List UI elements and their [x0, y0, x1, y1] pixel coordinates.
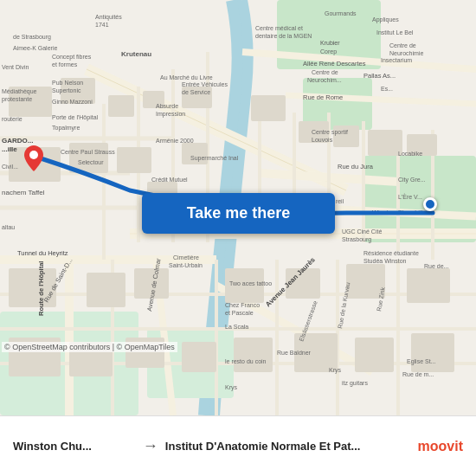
svg-text:Arménie 2000: Arménie 2000: [156, 138, 194, 144]
svg-text:Two aces tattoo: Two aces tattoo: [229, 280, 272, 286]
svg-text:Louvois: Louvois: [312, 137, 333, 143]
svg-text:Allée René Descartes: Allée René Descartes: [303, 60, 366, 68]
svg-point-140: [29, 151, 38, 159]
svg-text:itz guitars: itz guitars: [342, 380, 368, 387]
svg-text:Entrée Véhicules: Entrée Véhicules: [182, 81, 228, 87]
svg-text:Corep: Corep: [320, 48, 337, 55]
svg-rect-34: [117, 147, 151, 173]
svg-rect-43: [87, 273, 125, 307]
svg-text:Pub Nelson: Pub Nelson: [52, 80, 83, 86]
svg-text:Médiathèque: Médiathèque: [2, 88, 37, 95]
svg-text:Insectarium: Insectarium: [381, 57, 412, 63]
svg-text:de Service: de Service: [182, 89, 210, 95]
svg-text:Krys: Krys: [225, 384, 238, 391]
svg-text:Concept fibres: Concept fibres: [52, 54, 92, 61]
svg-text:Es...: Es...: [381, 86, 393, 92]
svg-text:Selectour: Selectour: [78, 159, 104, 165]
svg-rect-40: [368, 130, 402, 156]
svg-text:...ille: ...ille: [2, 145, 17, 153]
svg-text:altau: altau: [2, 224, 15, 230]
svg-rect-55: [355, 338, 394, 372]
svg-rect-53: [234, 338, 273, 372]
svg-text:Topalmyre: Topalmyre: [52, 125, 80, 132]
origin-marker: [24, 145, 43, 164]
svg-text:Locabike: Locabike: [398, 151, 422, 157]
route-arrow: →: [143, 437, 158, 455]
svg-text:La Scala: La Scala: [225, 324, 248, 330]
destination-marker: [423, 197, 437, 211]
svg-text:Résidence étudiante: Résidence étudiante: [363, 250, 419, 256]
svg-text:Aimee-K Galerie: Aimee-K Galerie: [13, 45, 57, 51]
route-info: Winston Chu... → Institut D'Anatomie Nor…: [9, 437, 467, 455]
svg-text:Rue Baldner: Rue Baldner: [277, 350, 312, 356]
moovit-logo: moovit: [418, 439, 463, 454]
svg-text:Impression: Impression: [156, 111, 185, 118]
svg-text:Gourmands: Gourmands: [325, 10, 357, 16]
svg-text:Centre de: Centre de: [312, 69, 338, 75]
svg-rect-36: [182, 143, 208, 164]
svg-text:1741: 1741: [95, 22, 109, 28]
svg-text:Chez Franco: Chez Franco: [225, 302, 260, 308]
svg-text:Saint-Urbain: Saint-Urbain: [169, 262, 203, 268]
svg-text:Rue de m...: Rue de m...: [402, 371, 434, 377]
svg-text:Supertonic: Supertonic: [52, 87, 81, 94]
moovit-brand-text: moovit: [418, 439, 463, 454]
svg-text:Centre sportif: Centre sportif: [312, 129, 348, 136]
svg-text:de Strasbourg: de Strasbourg: [13, 34, 51, 41]
svg-text:Tunnel du Heyritz: Tunnel du Heyritz: [17, 249, 68, 257]
svg-rect-29: [108, 95, 134, 117]
svg-text:Au Marché du Livre: Au Marché du Livre: [160, 74, 213, 80]
svg-rect-52: [182, 342, 216, 372]
svg-text:Eglise St...: Eglise St...: [407, 358, 436, 365]
svg-text:Neurochimie: Neurochimie: [389, 50, 423, 56]
svg-text:Appliques: Appliques: [372, 16, 399, 23]
svg-rect-37: [251, 95, 286, 121]
svg-text:City Gre...: City Gre...: [398, 177, 426, 183]
svg-text:Centre de: Centre de: [389, 42, 416, 48]
svg-text:Absurde: Absurde: [156, 103, 178, 109]
svg-text:Civil...: Civil...: [2, 164, 18, 170]
svg-text:Neurochim...: Neurochim...: [307, 77, 342, 83]
map-container: Centre médical et dentaire de la MGEN An…: [0, 0, 476, 415]
svg-rect-48: [407, 268, 450, 303]
svg-text:Rue de Rome: Rue de Rome: [303, 93, 343, 101]
svg-text:protestante: protestante: [2, 96, 32, 103]
svg-text:le resto du coin: le resto du coin: [225, 358, 267, 364]
route-from: Winston Chu...: [13, 440, 136, 453]
route-to: Institut D'Anatomie Normale Et Pat...: [165, 440, 411, 453]
svg-text:routerie: routerie: [2, 116, 23, 122]
svg-text:Vent Divin: Vent Divin: [2, 64, 29, 70]
svg-text:Cimetière: Cimetière: [173, 254, 199, 261]
svg-text:Strasbourg: Strasbourg: [342, 236, 371, 243]
bottom-bar: Winston Chu... → Institut D'Anatomie Nor…: [0, 415, 476, 476]
svg-text:nachem Taffel: nachem Taffel: [2, 189, 45, 196]
svg-text:Winston Churchill: Winston Churchill: [372, 209, 423, 216]
svg-text:Centre médical et: Centre médical et: [255, 25, 303, 31]
svg-text:GARDO...: GARDO...: [2, 137, 33, 145]
svg-text:Supermarché Inal: Supermarché Inal: [190, 155, 239, 162]
svg-rect-56: [411, 333, 454, 372]
map-attribution: © OpenStreetMap contributors | © OpenMap…: [2, 342, 177, 352]
svg-text:et formes: et formes: [52, 61, 78, 68]
svg-text:Porte de l'Hôpital: Porte de l'Hôpital: [52, 114, 99, 121]
svg-rect-33: [69, 143, 108, 173]
svg-text:Ginno Mazzoni: Ginno Mazzoni: [52, 99, 93, 105]
svg-text:Rue du Jura: Rue du Jura: [338, 163, 374, 170]
svg-text:Route de l'Hôpital: Route de l'Hôpital: [37, 261, 45, 316]
svg-text:Krys: Krys: [329, 367, 342, 374]
svg-text:UGC Ciné Cité: UGC Ciné Cité: [342, 228, 382, 235]
svg-text:Centre Paul Strauss: Centre Paul Strauss: [61, 149, 115, 155]
take-me-there-button[interactable]: Take me there: [142, 193, 335, 234]
svg-text:Institut Le Bel: Institut Le Bel: [376, 29, 414, 35]
svg-text:Antiquités: Antiquités: [95, 14, 122, 21]
svg-text:Krutenau: Krutenau: [121, 50, 151, 58]
svg-text:dentaire de la MGEN: dentaire de la MGEN: [255, 33, 312, 39]
svg-text:Pallas As...: Pallas As...: [363, 72, 396, 80]
svg-text:L'Ère V...: L'Ère V...: [398, 193, 422, 200]
svg-text:Studéa Winston: Studéa Winston: [363, 258, 407, 264]
svg-text:Krubier: Krubier: [320, 40, 340, 46]
svg-text:et Pascale: et Pascale: [225, 310, 254, 316]
svg-text:Rue de...: Rue de...: [424, 263, 448, 269]
svg-text:Crédit Mutuel: Crédit Mutuel: [151, 177, 188, 183]
